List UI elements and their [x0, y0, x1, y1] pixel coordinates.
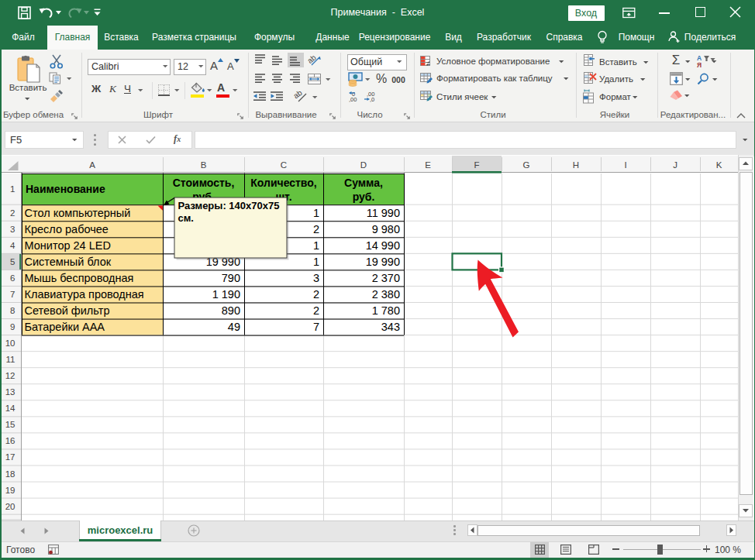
svg-text:7: 7: [10, 290, 15, 299]
svg-text:1 190: 1 190: [212, 288, 240, 301]
svg-text:12: 12: [5, 371, 16, 380]
svg-text:17: 17: [5, 452, 16, 462]
svg-text:1: 1: [313, 239, 319, 252]
svg-text:1: 1: [313, 207, 319, 219]
svg-text:Стол компьютерный: Стол компьютерный: [25, 207, 131, 219]
svg-text:Монитор 24 LED: Монитор 24 LED: [25, 239, 111, 252]
svg-text:K: K: [716, 160, 722, 170]
svg-text:9 980: 9 980: [372, 223, 400, 235]
svg-text:,00: ,00: [349, 96, 357, 103]
svg-text:2: 2: [10, 208, 15, 218]
svg-text:3: 3: [10, 225, 15, 234]
svg-text:1 780: 1 780: [372, 304, 400, 317]
svg-text:4: 4: [10, 241, 16, 250]
svg-text:Сетевой фильтр: Сетевой фильтр: [25, 304, 110, 317]
svg-text:D: D: [360, 160, 367, 170]
svg-text:J: J: [673, 160, 677, 170]
svg-text:G: G: [523, 160, 530, 170]
svg-text:2: 2: [313, 223, 319, 235]
svg-text:20: 20: [5, 502, 16, 511]
svg-text:2: 2: [313, 304, 319, 317]
svg-text:15: 15: [5, 420, 16, 429]
svg-text:2 370: 2 370: [372, 272, 400, 284]
svg-text:1: 1: [10, 184, 15, 194]
svg-text:343: 343: [381, 321, 400, 333]
svg-text:,0: ,0: [370, 96, 374, 103]
svg-text:F: F: [474, 160, 479, 170]
svg-text:E: E: [425, 160, 431, 170]
svg-text:49: 49: [228, 321, 240, 333]
svg-text:19: 19: [5, 486, 16, 495]
svg-text:I: I: [624, 160, 626, 170]
svg-text:16: 16: [5, 436, 16, 445]
svg-text:890: 890: [222, 304, 240, 317]
svg-text:Размеры: 140х70х75: Размеры: 140х70х75: [178, 200, 280, 211]
svg-text:3: 3: [313, 272, 319, 284]
svg-text:C: C: [281, 160, 287, 170]
svg-text:руб.: руб.: [353, 191, 375, 203]
svg-text:Наименование: Наименование: [26, 183, 105, 195]
svg-text:Количество,: Количество,: [250, 177, 316, 189]
svg-text:5: 5: [10, 257, 15, 266]
svg-text:A: A: [89, 160, 95, 170]
svg-text:8: 8: [10, 306, 15, 315]
svg-text:Сумма,: Сумма,: [344, 177, 383, 189]
svg-text:2 380: 2 380: [372, 288, 400, 301]
svg-text:11 990: 11 990: [367, 207, 400, 219]
svg-text:11: 11: [6, 355, 16, 364]
svg-text:790: 790: [222, 272, 240, 284]
svg-text:H: H: [573, 160, 579, 170]
svg-text:B: B: [201, 160, 207, 170]
svg-text:6: 6: [10, 273, 15, 283]
svg-text:см.: см.: [178, 212, 194, 224]
svg-text:7: 7: [313, 321, 319, 333]
svg-text:13: 13: [5, 387, 16, 397]
svg-text:14 990: 14 990: [366, 239, 400, 252]
svg-text:19 990: 19 990: [366, 256, 400, 268]
svg-text:≠: ≠: [426, 60, 430, 67]
svg-text:10: 10: [5, 338, 16, 348]
svg-text:2: 2: [313, 288, 319, 301]
svg-text:Кресло рабочее: Кресло рабочее: [25, 223, 109, 235]
svg-text:Батарейки ААА: Батарейки ААА: [25, 321, 105, 333]
svg-text:Мышь беспроводная: Мышь беспроводная: [25, 272, 134, 284]
svg-text:Системный блок: Системный блок: [25, 256, 112, 268]
svg-text:Я: Я: [697, 61, 702, 69]
svg-text:14: 14: [5, 404, 16, 413]
svg-text:Клавиатура проводная: Клавиатура проводная: [25, 288, 144, 301]
svg-text:Стоимость,: Стоимость,: [173, 177, 235, 189]
svg-text:18: 18: [5, 469, 16, 479]
svg-text:1: 1: [313, 256, 319, 268]
svg-text:9: 9: [10, 322, 15, 332]
